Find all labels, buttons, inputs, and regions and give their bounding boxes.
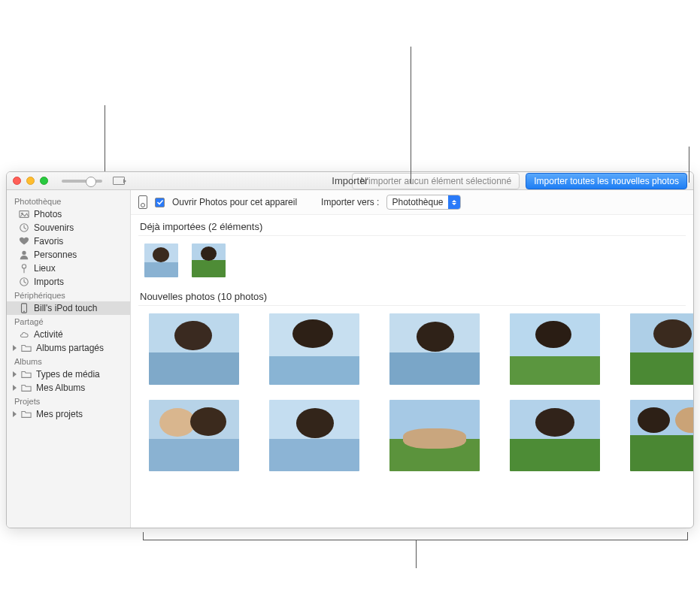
sidebar-item-label: Photos xyxy=(34,209,62,219)
heart-icon xyxy=(19,236,29,247)
minimize-icon[interactable] xyxy=(26,177,35,185)
folder-icon xyxy=(21,343,32,353)
window-body: Photothèque Photos Souvenirs Favoris Per… xyxy=(7,190,693,528)
sidebar-item-lieux[interactable]: Lieux xyxy=(7,262,130,275)
import-all-button[interactable]: Importer toutes les nouvelles photos xyxy=(526,173,687,189)
sidebar-item-activite[interactable]: Activité xyxy=(7,328,130,341)
thumbnail[interactable] xyxy=(269,313,359,385)
callout-line-top-right xyxy=(689,147,689,183)
import-to-label: Importer vers : xyxy=(321,197,379,207)
thumbnail[interactable] xyxy=(389,313,480,385)
sidebar-item-label: Souvenirs xyxy=(34,222,74,233)
open-photos-checkbox[interactable] xyxy=(155,198,165,207)
sidebar: Photothèque Photos Souvenirs Favoris Per… xyxy=(7,190,131,528)
folder-icon xyxy=(21,409,32,419)
zoom-icon[interactable] xyxy=(40,177,48,185)
thumbnail-zoom-slider[interactable] xyxy=(62,180,102,183)
chevron-right-icon[interactable] xyxy=(13,385,17,391)
callout-bracket-bottom xyxy=(143,532,688,544)
sidebar-item-souvenirs[interactable]: Souvenirs xyxy=(7,221,130,234)
titlebar: Importer N'importer aucun élément sélect… xyxy=(7,172,693,190)
sidebar-item-label: Albums partagés xyxy=(36,343,104,353)
svg-point-7 xyxy=(23,311,25,313)
thumbnail[interactable] xyxy=(144,244,178,277)
sidebar-header: Projets xyxy=(7,395,130,407)
clock-icon xyxy=(19,222,29,233)
thumbnail[interactable] xyxy=(630,313,693,385)
folder-icon xyxy=(21,383,32,393)
sidebar-item-personnes[interactable]: Personnes xyxy=(7,248,130,262)
sidebar-item-device[interactable]: Bill's iPod touch xyxy=(7,301,130,315)
sidebar-item-label: Mes projets xyxy=(36,409,83,419)
thumbnail[interactable] xyxy=(510,400,600,471)
chevron-right-icon[interactable] xyxy=(13,345,17,351)
import-selected-button[interactable]: N'importer aucun élément sélectionné xyxy=(352,173,520,189)
photos-icon xyxy=(19,209,29,219)
sidebar-item-label: Types de média xyxy=(36,369,100,380)
sidebar-item-label: Activité xyxy=(34,329,63,340)
thumbnail[interactable] xyxy=(149,313,239,385)
chevron-right-icon[interactable] xyxy=(13,371,17,377)
chevron-updown-icon xyxy=(448,195,460,209)
sidebar-header: Périphériques xyxy=(7,289,130,301)
sidebar-header: Photothèque xyxy=(7,195,130,207)
clock-icon xyxy=(19,277,29,287)
device-icon xyxy=(138,195,147,209)
sidebar-item-mes-albums[interactable]: Mes Albums xyxy=(7,381,130,395)
sidebar-item-label: Personnes xyxy=(34,250,77,260)
section-already-imported-title: Déjà importées (2 éléments) xyxy=(131,215,693,235)
cloud-icon xyxy=(19,329,29,340)
sidebar-item-label: Bill's iPod touch xyxy=(34,303,97,313)
folder-icon xyxy=(21,369,32,380)
sidebar-item-photos[interactable]: Photos xyxy=(7,207,130,221)
svg-point-3 xyxy=(22,251,26,255)
sidebar-item-favoris[interactable]: Favoris xyxy=(7,234,130,248)
main-content: Ouvrir Photos pour cet appareil Importer… xyxy=(131,190,693,528)
pin-icon xyxy=(19,263,29,274)
sidebar-item-albums-partages[interactable]: Albums partagés xyxy=(7,341,130,355)
sidebar-item-label: Imports xyxy=(34,277,64,287)
thumbnail[interactable] xyxy=(630,400,693,471)
callout-line-top-center xyxy=(411,47,411,183)
sidebar-item-mes-projets[interactable]: Mes projets xyxy=(7,407,130,421)
sidebar-item-label: Lieux xyxy=(34,263,56,274)
open-photos-label: Ouvrir Photos pour cet appareil xyxy=(172,197,297,207)
window-controls xyxy=(13,177,48,185)
svg-point-4 xyxy=(22,265,26,268)
new-photos-grid xyxy=(131,306,693,483)
chevron-right-icon[interactable] xyxy=(13,411,17,417)
app-window: Importer N'importer aucun élément sélect… xyxy=(6,171,694,528)
section-new-photos-title: Nouvelles photos (10 photos) xyxy=(131,285,693,305)
already-imported-row xyxy=(131,236,693,285)
import-to-value: Photothèque xyxy=(387,197,447,207)
sidebar-header: Albums xyxy=(7,355,130,368)
sidebar-item-imports[interactable]: Imports xyxy=(7,275,130,289)
thumbnail[interactable] xyxy=(269,400,359,471)
sidebar-item-label: Favoris xyxy=(34,236,63,247)
device-icon xyxy=(19,303,29,313)
import-options-bar: Ouvrir Photos pour cet appareil Importer… xyxy=(131,190,693,215)
sidebar-item-label: Mes Albums xyxy=(36,383,85,393)
thumbnail[interactable] xyxy=(149,400,239,471)
close-icon[interactable] xyxy=(13,177,21,185)
sidebar-item-types-media[interactable]: Types de média xyxy=(7,368,130,381)
thumbnail[interactable] xyxy=(389,400,480,471)
slideshow-icon[interactable] xyxy=(113,177,125,185)
person-icon xyxy=(19,250,29,260)
thumbnail[interactable] xyxy=(192,244,226,277)
thumbnail[interactable] xyxy=(510,313,600,385)
import-to-select[interactable]: Photothèque xyxy=(386,195,460,210)
sidebar-header: Partagé xyxy=(7,315,130,328)
